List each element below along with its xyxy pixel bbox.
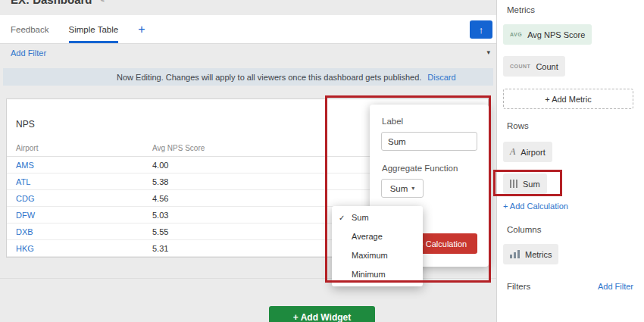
score-value: 5.38 xyxy=(152,177,168,186)
label-input[interactable] xyxy=(381,132,477,151)
row-chip-label: Sum xyxy=(523,180,540,189)
widget-settings-sidebar: Metrics AVG Avg NPS Score COUNT Count + … xyxy=(496,0,644,322)
columns-heading: Columns xyxy=(507,225,541,234)
check-icon: ✓ xyxy=(339,208,345,227)
score-value: 5.31 xyxy=(152,244,168,253)
menu-item-minimum[interactable]: Minimum xyxy=(332,265,423,284)
row-chip-airport[interactable]: A Airport xyxy=(503,142,552,162)
menu-item-maximum[interactable]: Maximum xyxy=(332,246,423,265)
metric-type-tag: AVG xyxy=(510,32,522,37)
tab-feedback[interactable]: Feedback xyxy=(11,15,49,43)
metric-label: Avg NPS Score xyxy=(527,30,585,39)
column-chip-metrics[interactable]: Metrics xyxy=(503,244,558,264)
rows-heading: Rows xyxy=(507,121,529,130)
metric-chip-count[interactable]: COUNT Count xyxy=(503,56,565,77)
filters-heading: Filters xyxy=(507,282,530,291)
tab-simple-table[interactable]: Simple Table xyxy=(69,15,119,43)
aggregate-function-select[interactable]: Sum ▾ xyxy=(381,179,424,198)
chevron-down-icon: ▾ xyxy=(411,185,414,192)
airport-link[interactable]: HKG xyxy=(16,244,34,253)
filter-bar: Add Filter ▾ xyxy=(0,44,496,64)
menu-item-average[interactable]: Average xyxy=(332,227,423,246)
column-header-airport: Airport xyxy=(16,144,38,152)
sidebar-add-filter-link[interactable]: Add Filter xyxy=(598,282,633,291)
aggregate-function-menu: ✓ Sum Average Maximum Minimum xyxy=(332,206,423,286)
airport-link[interactable]: AMS xyxy=(16,161,34,170)
row-chip-sum[interactable]: Sum xyxy=(503,174,547,194)
add-filter-link[interactable]: Add Filter xyxy=(11,48,46,58)
edit-pencil-icon[interactable]: ✎ xyxy=(98,0,105,5)
add-widget-button[interactable]: + Add Widget xyxy=(269,306,375,322)
metric-type-tag: COUNT xyxy=(510,64,530,69)
menu-item-label: Maximum xyxy=(352,251,388,260)
airport-link[interactable]: DXB xyxy=(16,227,33,236)
add-metric-button[interactable]: + Add Metric xyxy=(503,89,633,109)
calculation-icon xyxy=(510,180,517,188)
editing-notice-text: Now Editing. Changes will apply to all v… xyxy=(117,73,421,82)
metric-label: Count xyxy=(536,62,558,71)
publish-arrow-icon: ↑ xyxy=(479,24,484,36)
main-area: EX: Dashboard ✎ Feedback Simple Table + … xyxy=(0,0,496,322)
menu-item-label: Sum xyxy=(352,213,369,222)
collapse-caret-icon[interactable]: ▾ xyxy=(486,48,490,56)
column-chip-label: Metrics xyxy=(525,250,552,259)
dashboard-title: EX: Dashboard xyxy=(11,0,92,6)
text-field-icon: A xyxy=(510,146,515,158)
label-heading: Label xyxy=(382,117,403,126)
add-tab-button[interactable]: + xyxy=(138,15,145,43)
add-calculation-link[interactable]: + Add Calculation xyxy=(503,202,568,211)
discard-link[interactable]: Discard xyxy=(427,73,455,82)
menu-item-sum[interactable]: ✓ Sum xyxy=(332,208,423,227)
airport-link[interactable]: DFW xyxy=(16,211,35,220)
airport-link[interactable]: CDG xyxy=(16,194,34,203)
bar-chart-icon xyxy=(510,250,520,258)
score-value: 5.55 xyxy=(152,227,168,236)
airport-link[interactable]: ATL xyxy=(16,177,30,186)
publish-button[interactable]: ↑ xyxy=(470,20,492,39)
editing-notice-bar: Now Editing. Changes will apply to all v… xyxy=(3,68,493,86)
score-value: 5.03 xyxy=(152,211,168,220)
metric-chip-avg-nps[interactable]: AVG Avg NPS Score xyxy=(503,24,592,45)
aggregate-function-heading: Aggregate Function xyxy=(382,164,458,173)
score-value: 4.56 xyxy=(152,194,168,203)
tab-bar: Feedback Simple Table + xyxy=(0,15,496,44)
row-chip-label: Airport xyxy=(521,148,545,157)
score-value: 4.00 xyxy=(152,161,168,170)
menu-item-label: Average xyxy=(352,232,383,241)
column-header-avg-nps: Avg NPS Score xyxy=(152,144,205,152)
page-title: EX: Dashboard ✎ xyxy=(11,0,105,6)
aggregate-selected-value: Sum xyxy=(390,184,408,193)
menu-item-label: Minimum xyxy=(352,270,386,279)
metrics-heading: Metrics xyxy=(507,5,535,14)
widget-title: NPS xyxy=(16,119,35,130)
